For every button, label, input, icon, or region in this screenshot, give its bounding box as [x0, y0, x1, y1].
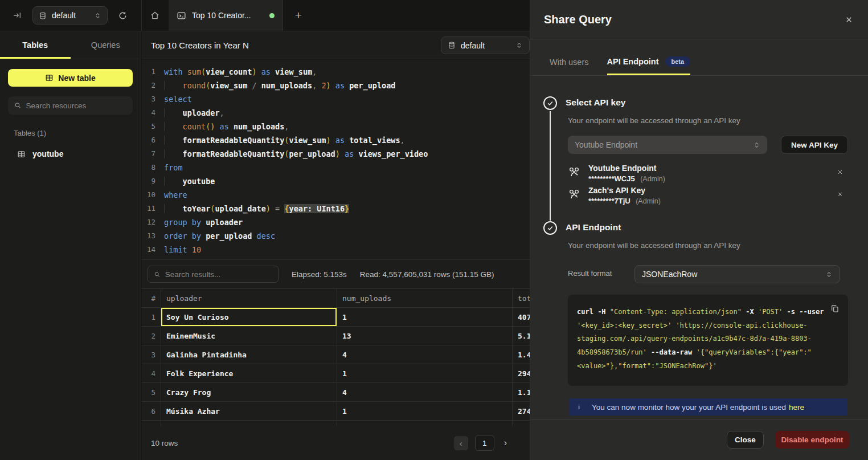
- code-line: 6 formatReadableQuantity(view_sum) as to…: [142, 133, 530, 147]
- token: select: [164, 95, 192, 104]
- token: =: [271, 204, 284, 213]
- home-button[interactable]: [141, 0, 169, 31]
- share-query-panel: Share Query With users API Endpoint beta…: [530, 0, 868, 460]
- uploader-cell[interactable]: EminemMusic: [161, 327, 337, 345]
- tab-queries[interactable]: Queries: [71, 31, 141, 59]
- tab-api-endpoint[interactable]: API Endpoint beta: [607, 56, 691, 75]
- api-key-name: Zach's API Key: [588, 185, 661, 196]
- token: -s --user: [787, 308, 824, 316]
- table-row: 3Galinha Pintadinha41.4: [142, 345, 574, 364]
- uploader-cell[interactable]: Músika Azhar: [161, 402, 337, 420]
- num-uploads-cell[interactable]: 4: [337, 383, 513, 401]
- line-number: 6: [142, 133, 155, 147]
- token: with: [164, 67, 187, 76]
- query-tab[interactable]: Top 10 Creator...: [169, 0, 283, 31]
- code-line: 4 uploader,: [142, 106, 530, 120]
- collapse-sidebar-icon[interactable]: [13, 11, 22, 20]
- result-format-select[interactable]: JSONEachRow: [634, 265, 840, 283]
- monitor-info-banner: i You can now monitor how your your API …: [569, 398, 847, 416]
- next-page-button[interactable]: ›: [504, 438, 507, 448]
- code-text: limit 10: [164, 243, 201, 257]
- refresh-icon[interactable]: [118, 11, 128, 21]
- tab-tables[interactable]: Tables: [0, 31, 71, 59]
- remove-key-icon[interactable]: [837, 192, 843, 197]
- token: group by: [164, 218, 206, 227]
- table-row: 6Músika Azhar1274: [142, 402, 574, 421]
- token: ,: [284, 122, 289, 131]
- resource-search[interactable]: [8, 96, 133, 115]
- banner-here-link[interactable]: here: [789, 403, 804, 412]
- results-table-header: # uploader num_uploads total_views: [142, 288, 574, 308]
- api-key-select[interactable]: Youtube Endpoint: [568, 136, 767, 154]
- code-text: from: [164, 161, 183, 174]
- step1-heading: Select API key: [566, 97, 625, 108]
- num-uploads-cell[interactable]: 1: [337, 364, 513, 382]
- token: }: [345, 204, 349, 213]
- token: (: [201, 67, 206, 76]
- tables-section-label: Tables (1): [14, 129, 141, 137]
- pagination: ‹ 1 ›: [454, 435, 507, 451]
- row-number-cell[interactable]: 2: [142, 327, 161, 345]
- token: [164, 122, 183, 131]
- new-table-button[interactable]: New table: [8, 69, 133, 87]
- token: desc: [252, 231, 275, 241]
- results-search-input[interactable]: [165, 270, 272, 279]
- column-header[interactable]: #: [142, 289, 161, 307]
- query-title: Top 10 Creators in Year N: [151, 31, 249, 59]
- tab-with-users[interactable]: With users: [550, 58, 589, 75]
- sidebar-table-item[interactable]: youtube: [0, 146, 141, 162]
- editor-database-value: default: [461, 41, 485, 50]
- copy-icon[interactable]: [830, 304, 840, 313]
- line-number: 8: [142, 161, 155, 174]
- row-number-cell[interactable]: 4: [142, 364, 161, 382]
- sql-editor[interactable]: 1with sum(view_count) as view_sum,2 roun…: [142, 60, 530, 259]
- remove-key-icon[interactable]: [837, 169, 843, 175]
- uploader-cell[interactable]: Crazy Frog: [161, 383, 337, 401]
- row-number-cell[interactable]: 5: [142, 383, 161, 401]
- uploader-cell[interactable]: Soy Un Curioso: [161, 308, 337, 326]
- token: per_upload: [349, 81, 395, 90]
- new-tab-button[interactable]: +: [291, 8, 306, 23]
- api-key-item[interactable]: Youtube Endpoint *********WCJ5 (Admin): [568, 163, 848, 185]
- line-number: 5: [142, 120, 155, 133]
- chevron-updown-icon: [825, 271, 833, 278]
- uploader-cell[interactable]: Folk Experience: [161, 364, 337, 382]
- column-header[interactable]: num_uploads: [337, 289, 513, 307]
- database-selector[interactable]: default: [32, 6, 108, 25]
- code-text: youtube: [164, 174, 215, 188]
- api-key-info: Youtube Endpoint *********WCJ5 (Admin): [588, 163, 665, 184]
- token: order by: [164, 231, 206, 241]
- token: num_uploads: [234, 122, 284, 131]
- token: [164, 177, 183, 186]
- close-button[interactable]: Close: [727, 431, 764, 449]
- token: ,: [312, 67, 317, 76]
- row-number-cell[interactable]: 1: [142, 308, 161, 326]
- database-icon: [39, 11, 47, 20]
- curl-command: curl -H "Content-Type: application/json"…: [577, 308, 824, 370]
- token: ): [252, 67, 256, 76]
- panel-header: Share Query: [530, 0, 868, 39]
- uploader-cell[interactable]: Galinha Pintadinha: [161, 345, 337, 364]
- column-header[interactable]: uploader: [161, 289, 337, 307]
- code-text: order by per_upload desc: [164, 229, 275, 243]
- terminal-icon: [177, 11, 186, 21]
- results-search[interactable]: [148, 266, 279, 283]
- line-number: 4: [142, 106, 155, 120]
- new-api-key-button[interactable]: New API Key: [781, 136, 848, 154]
- close-icon[interactable]: [845, 15, 853, 24]
- row-number-cell[interactable]: 6: [142, 402, 161, 420]
- api-key-select-value: Youtube Endpoint: [575, 140, 637, 149]
- disable-endpoint-button[interactable]: Disable endpoint: [775, 431, 849, 449]
- prev-page-button[interactable]: ‹: [454, 436, 468, 450]
- num-uploads-cell[interactable]: 1: [337, 308, 513, 326]
- num-uploads-cell[interactable]: 1: [337, 402, 513, 420]
- editor-database-selector[interactable]: default: [441, 36, 530, 54]
- num-uploads-cell[interactable]: 4: [337, 345, 513, 364]
- elapsed-stat: Elapsed: 5.153s: [292, 270, 347, 279]
- code-line: 13order by per_upload desc: [142, 229, 530, 243]
- current-page[interactable]: 1: [475, 435, 494, 451]
- api-key-item[interactable]: Zach's API Key *********7TjU (Admin): [568, 185, 848, 207]
- num-uploads-cell[interactable]: 13: [337, 327, 513, 345]
- resource-search-input[interactable]: [26, 101, 126, 110]
- row-number-cell[interactable]: 3: [142, 345, 161, 364]
